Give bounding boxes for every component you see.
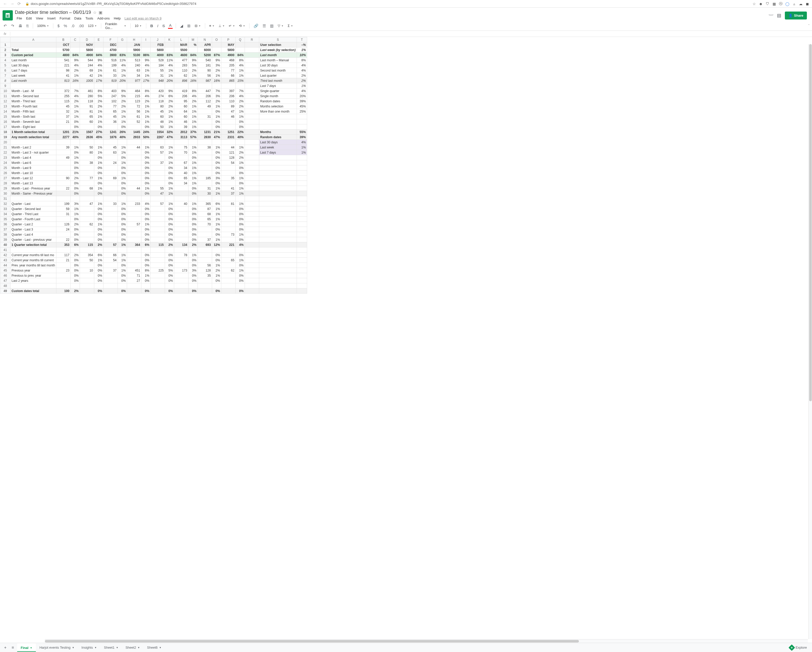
last-edit-link[interactable]: Last edit was on March 9 — [125, 17, 162, 20]
cell[interactable]: 1% — [188, 170, 197, 176]
cell[interactable] — [150, 176, 165, 181]
cell[interactable]: 9% — [188, 58, 197, 63]
cell[interactable]: OCT — [56, 42, 70, 47]
cell[interactable]: 0% — [188, 227, 197, 232]
row-header[interactable]: 33 — [0, 207, 11, 211]
cell[interactable] — [150, 227, 165, 232]
cell[interactable]: 354 — [80, 253, 94, 258]
cell[interactable] — [150, 232, 165, 237]
cell[interactable] — [56, 283, 70, 288]
cell[interactable] — [297, 160, 307, 165]
cell[interactable]: 199 — [56, 201, 70, 207]
cell[interactable]: 1% — [165, 145, 174, 150]
cell[interactable]: 1241 — [103, 130, 118, 135]
cell[interactable]: 1% — [94, 68, 103, 73]
cell[interactable]: Quarter - Last 2 — [11, 222, 56, 227]
cell[interactable]: 1% — [94, 145, 103, 150]
address-bar[interactable]: 🔒 docs.google.com/spreadsheets/d/1gZIVzl… — [23, 2, 750, 6]
row-header[interactable]: 10 — [0, 89, 11, 93]
cell[interactable] — [94, 83, 103, 89]
cell[interactable]: 4800 — [56, 52, 70, 58]
filter-button[interactable]: ▽▼ — [277, 23, 285, 28]
cell[interactable]: 0% — [94, 268, 103, 273]
cell[interactable]: 2331 — [221, 135, 235, 140]
cell[interactable]: 0% — [188, 263, 197, 268]
cell[interactable] — [259, 155, 297, 160]
cell[interactable]: –% — [297, 42, 307, 47]
cell[interactable]: Quarter - Last — [11, 201, 56, 207]
cell[interactable]: 0% — [235, 207, 245, 211]
cell[interactable]: 1% — [188, 201, 197, 207]
cell[interactable]: 1% — [235, 160, 245, 165]
cell[interactable]: 24% — [141, 130, 150, 135]
cell[interactable]: % — [188, 42, 197, 47]
cell[interactable]: 63 — [127, 68, 141, 73]
cell[interactable]: 0% — [118, 278, 127, 283]
cell[interactable] — [259, 237, 297, 242]
cell[interactable]: Total — [11, 47, 56, 52]
cell[interactable]: 353 — [56, 242, 70, 247]
cell[interactable]: 84% — [94, 52, 103, 58]
row-header[interactable]: 38 — [0, 232, 11, 237]
cell[interactable]: 181 — [197, 63, 212, 68]
cell[interactable] — [245, 176, 259, 181]
cell[interactable]: 71 — [127, 273, 141, 278]
cell[interactable]: 1% — [165, 201, 174, 207]
cell[interactable] — [245, 140, 259, 145]
cell[interactable]: 1% — [118, 114, 127, 119]
cell[interactable]: 2% — [70, 68, 80, 73]
cell[interactable] — [103, 196, 118, 201]
cell[interactable]: 0% — [235, 119, 245, 124]
cell[interactable]: 6000 — [197, 47, 212, 52]
cell[interactable]: 2% — [165, 242, 174, 247]
col-header-S[interactable]: S — [259, 37, 297, 42]
cell[interactable] — [80, 217, 94, 222]
cell[interactable] — [80, 83, 94, 89]
cell[interactable]: 16% — [70, 78, 80, 83]
cell[interactable]: 64 — [174, 109, 188, 114]
cell[interactable] — [197, 109, 212, 114]
cell[interactable]: 1% — [235, 268, 245, 273]
cell[interactable] — [221, 247, 235, 253]
cell[interactable] — [259, 242, 297, 247]
cell[interactable] — [259, 268, 297, 273]
cell[interactable] — [80, 278, 94, 283]
cell[interactable] — [80, 207, 94, 211]
cell[interactable]: Last 30 days — [11, 63, 56, 68]
cell[interactable]: 4% — [188, 93, 197, 99]
cell[interactable] — [174, 273, 188, 278]
cell[interactable]: 541 — [56, 58, 70, 63]
merge-button[interactable]: ⊟▼ — [194, 23, 202, 28]
cell[interactable]: 117 — [56, 253, 70, 258]
cell[interactable] — [221, 227, 235, 232]
star-doc-icon[interactable]: ☆ — [93, 10, 96, 15]
cell[interactable]: 17% — [94, 78, 103, 83]
cell[interactable]: 44 — [127, 186, 141, 191]
cell[interactable]: 2% — [235, 104, 245, 109]
cell[interactable]: 2% — [235, 150, 245, 155]
spreadsheet-grid[interactable]: ABCDEFGHIJKLMNOPQRST 1OCTNOVDECJANFEBMAR… — [0, 37, 812, 642]
cell[interactable]: 47 — [221, 109, 235, 114]
star-icon[interactable]: ☆ — [752, 2, 756, 6]
cell[interactable]: 447 — [197, 89, 212, 93]
cell[interactable]: 1% — [235, 109, 245, 114]
cell[interactable]: 420 — [150, 89, 165, 93]
cell[interactable]: 66 — [221, 73, 235, 78]
cell[interactable]: 221 — [56, 63, 70, 68]
cell[interactable]: 78 — [174, 253, 188, 258]
cell[interactable] — [150, 211, 165, 217]
cell[interactable] — [221, 196, 235, 201]
cell[interactable]: 5700 — [56, 47, 70, 52]
cell[interactable] — [259, 222, 297, 227]
cell[interactable]: 0% — [188, 155, 197, 160]
cell[interactable] — [297, 181, 307, 186]
cell[interactable] — [188, 83, 197, 89]
cell[interactable]: 7% — [235, 89, 245, 93]
cell[interactable] — [245, 160, 259, 165]
menu-add-ons[interactable]: Add-ons — [96, 15, 111, 21]
cell[interactable] — [297, 165, 307, 170]
cell[interactable] — [297, 258, 307, 263]
cell[interactable]: Month - Seventh last — [11, 119, 56, 124]
cell[interactable]: 61 — [103, 68, 118, 73]
cell[interactable]: 0% — [212, 155, 221, 160]
